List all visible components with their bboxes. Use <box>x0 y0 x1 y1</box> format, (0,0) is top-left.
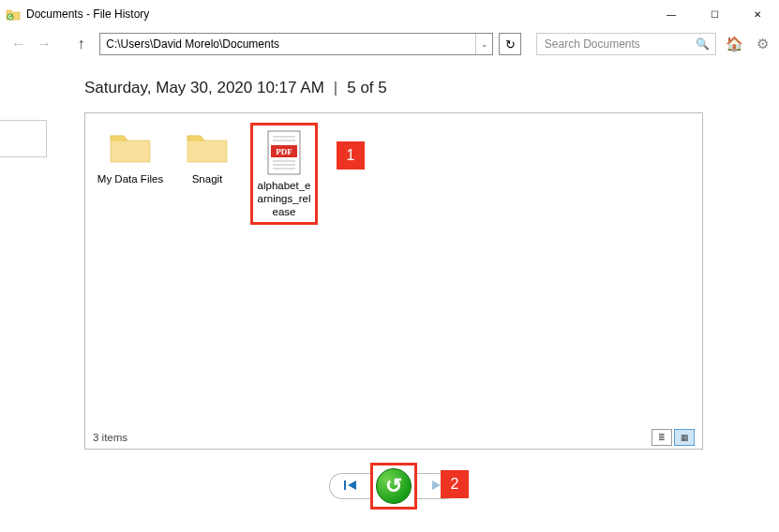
up-icon: ↑ <box>78 36 85 52</box>
restore-button[interactable]: ↺ <box>376 468 412 504</box>
settings-icon: ⚙ <box>757 36 769 52</box>
refresh-button[interactable]: ↻ <box>499 33 521 55</box>
restore-highlight: ↺ <box>370 463 417 510</box>
details-view-icon: ≣ <box>658 433 666 442</box>
item-label: Snagit <box>173 173 241 186</box>
home-button[interactable]: 🏠 <box>726 35 744 53</box>
back-button[interactable]: ← <box>7 33 29 55</box>
details-view-button[interactable]: ≣ <box>652 429 672 446</box>
prev-version-button[interactable] <box>329 473 370 499</box>
content-area: Saturday, May 30, 2020 10:17 AM | 5 of 5… <box>0 60 779 510</box>
icons-view-icon: ▦ <box>681 433 689 442</box>
annotation-2: 2 <box>441 470 469 498</box>
app-icon <box>6 7 21 22</box>
address-dropdown[interactable]: ⌄ <box>475 34 492 54</box>
pdf-item-highlighted[interactable]: PDF alphabet_earnings_release <box>250 123 318 225</box>
version-timestamp: Saturday, May 30, 2020 10:17 AM <box>84 79 324 97</box>
folder-item[interactable]: Snagit <box>173 123 241 186</box>
chevron-down-icon: ⌄ <box>481 39 488 49</box>
annotation-1: 1 <box>337 141 365 170</box>
svg-text:PDF: PDF <box>276 147 292 156</box>
minimize-button[interactable]: — <box>650 0 693 28</box>
pdf-icon: PDF <box>255 129 313 176</box>
search-box[interactable]: 🔍 <box>536 33 716 55</box>
folder-icon <box>97 123 164 170</box>
folder-icon <box>173 123 241 170</box>
home-icon: 🏠 <box>726 36 743 52</box>
search-input[interactable] <box>543 37 696 52</box>
settings-button[interactable]: ⚙ <box>753 35 772 53</box>
titlebar: Documents - File History — ☐ ✕ <box>0 0 779 28</box>
back-icon: ← <box>11 36 26 52</box>
skip-prev-icon <box>342 479 359 495</box>
maximize-button[interactable]: ☐ <box>693 0 736 28</box>
svg-marker-11 <box>432 480 441 490</box>
svg-rect-9 <box>344 480 346 490</box>
item-label: alphabet_earnings_release <box>255 180 313 218</box>
toolbar: ← → ↑ ⌄ ↻ 🔍 🏠 ⚙ <box>0 28 779 60</box>
close-button[interactable]: ✕ <box>736 0 779 28</box>
address-bar[interactable]: ⌄ <box>99 33 493 55</box>
status-bar: 3 items ≣ ▦ <box>85 426 702 449</box>
restore-icon: ↺ <box>385 474 402 498</box>
version-nav: ↺ 2 <box>84 463 703 510</box>
version-position: 5 of 5 <box>347 79 387 97</box>
forward-button[interactable]: → <box>33 33 54 55</box>
window-title: Documents - File History <box>26 7 149 21</box>
address-input[interactable] <box>100 34 475 54</box>
search-icon: 🔍 <box>696 37 710 51</box>
item-label: My Data Files <box>97 173 164 186</box>
item-count: 3 items <box>93 432 127 443</box>
svg-marker-10 <box>348 480 356 490</box>
prev-version-tab[interactable] <box>0 120 47 157</box>
version-header: Saturday, May 30, 2020 10:17 AM | 5 of 5 <box>84 79 703 97</box>
icons-view-button[interactable]: ▦ <box>674 429 695 446</box>
up-button[interactable]: ↑ <box>70 33 92 55</box>
file-panel: My Data Files Snagit <box>84 112 703 450</box>
folder-item[interactable]: My Data Files <box>97 123 164 186</box>
refresh-icon: ↻ <box>505 37 516 52</box>
forward-icon: → <box>37 36 52 52</box>
